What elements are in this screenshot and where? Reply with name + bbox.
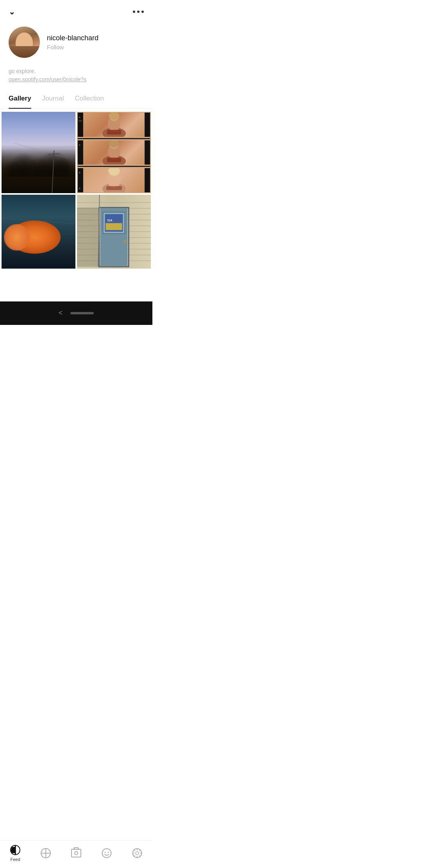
system-nav: < <box>0 301 152 325</box>
door-container: 51A <box>77 195 151 269</box>
dot-3 <box>141 11 144 13</box>
gallery-item-film[interactable]: ▲ <box>77 112 151 193</box>
svg-line-3 <box>48 154 60 154</box>
cloud-image <box>2 195 75 269</box>
film-frame-1: ▲ <box>78 113 150 137</box>
svg-rect-37 <box>106 223 122 230</box>
bio-text: go explore. <box>9 68 144 74</box>
gallery-wrapper: ▲ <box>0 110 152 301</box>
chevron-down-icon[interactable]: ⌄ <box>9 7 15 16</box>
follow-button[interactable]: Follow <box>47 44 98 50</box>
svg-text:51A: 51A <box>107 219 113 222</box>
svg-point-38 <box>123 240 127 243</box>
bio-link[interactable]: open.spotify.com/user/0nicole?s <box>9 76 86 82</box>
sky-image <box>2 112 75 193</box>
profile-info: nicole-blanchard Follow <box>47 34 98 50</box>
gallery-grid: ▲ <box>0 110 152 270</box>
dot-1 <box>133 11 135 13</box>
film-inner-3 <box>83 168 145 192</box>
door-image: 51A <box>77 195 151 269</box>
film-frame-2: ▲ <box>78 140 150 165</box>
svg-line-0 <box>13 143 68 158</box>
svg-rect-8 <box>107 130 121 135</box>
film-inner-2 <box>83 140 145 165</box>
tab-journal[interactable]: Journal <box>42 91 64 109</box>
gallery-item-sky[interactable] <box>2 112 75 193</box>
username: nicole-blanchard <box>47 34 98 42</box>
back-button[interactable]: < <box>59 309 63 317</box>
svg-rect-9 <box>108 131 120 132</box>
film-inner-1 <box>83 113 145 137</box>
gallery-item-cloud[interactable] <box>2 195 75 269</box>
svg-line-2 <box>52 151 54 193</box>
gallery-item-door[interactable]: 51A <box>77 195 151 269</box>
film-separator-2 <box>78 166 150 167</box>
svg-rect-40 <box>77 208 99 267</box>
svg-line-20 <box>2 218 75 224</box>
dot-2 <box>137 11 139 13</box>
top-bar: ⌄ <box>0 0 152 20</box>
tab-collection[interactable]: Collection <box>75 91 104 109</box>
profile-tabs: Gallery Journal Collection <box>0 91 152 109</box>
bio-section: go explore. open.spotify.com/user/0nicol… <box>0 62 152 91</box>
svg-rect-14 <box>107 158 121 162</box>
film-separator-1 <box>78 138 150 139</box>
tab-gallery[interactable]: Gallery <box>9 91 31 109</box>
home-pill[interactable] <box>70 312 94 314</box>
avatar-image <box>9 27 40 58</box>
avatar[interactable] <box>9 27 40 58</box>
profile-section: nicole-blanchard Follow <box>0 20 152 62</box>
more-options-button[interactable] <box>133 11 144 13</box>
svg-rect-19 <box>106 186 122 190</box>
film-image: ▲ <box>77 112 151 193</box>
film-frame-3: ▲ ▲ <box>78 168 150 192</box>
